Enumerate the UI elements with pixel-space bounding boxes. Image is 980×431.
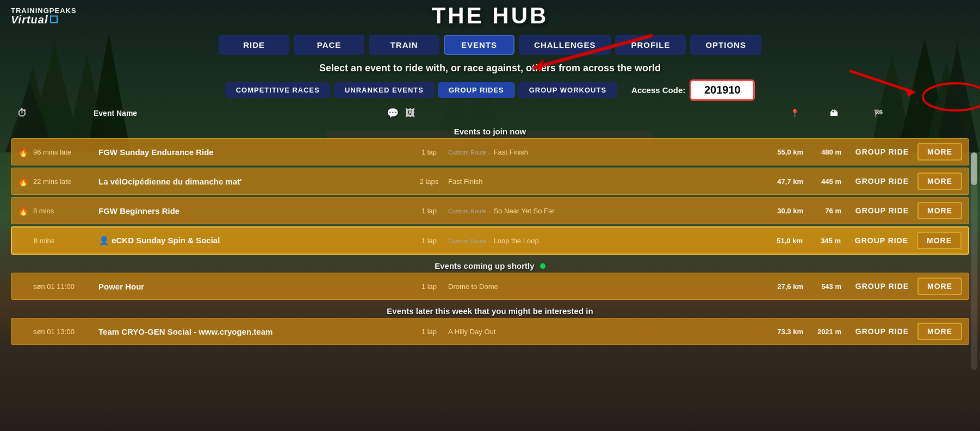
more-button[interactable]: MORE [917, 143, 962, 161]
header: TRAININGPEAKS Virtual THE HUB [0, 0, 980, 32]
more-button[interactable]: MORE [917, 202, 962, 219]
more-button[interactable]: MORE [917, 173, 962, 190]
table-section: ⏱ Event Name 💬 🖼 📍 🏔 🏁 Events to join no… [0, 104, 980, 431]
filter-group-rides[interactable]: GROUP RIDES [438, 82, 515, 98]
filter-row: COMPETITIVE RACES UNRANKED EVENTS GROUP … [0, 76, 980, 104]
more-button[interactable]: MORE [917, 323, 962, 340]
route-label: Custom Route – [448, 208, 491, 214]
chat-icon: 💬 [387, 107, 399, 119]
filter-competitive[interactable]: COMPETITIVE RACES [225, 82, 331, 98]
flame-icon: 🔥 [18, 206, 29, 216]
filter-unranked[interactable]: UNRANKED EVENTS [334, 82, 435, 98]
event-type: GROUP RIDE [847, 147, 917, 156]
event-elevation: 345 m [803, 237, 841, 245]
logo-icon [50, 15, 58, 23]
table-row: 🔥 22 mins late La vélOcipédienne du dima… [11, 168, 969, 195]
event-time: 96 mins late [33, 148, 98, 156]
event-laps: 2 laps [410, 177, 448, 186]
event-laps: 1 lap [410, 148, 448, 156]
route-label: Custom Route – [448, 149, 491, 156]
flame-icon: 🔥 [18, 147, 29, 157]
event-elevation: 543 m [803, 282, 841, 291]
logo: TRAININGPEAKS Virtual [11, 7, 77, 25]
photo-icon: 🖼 [405, 108, 415, 119]
event-time: 8 mins [33, 207, 98, 215]
logo-bottom: Virtual [11, 14, 77, 25]
subtitle: Select an event to ride with, or race ag… [0, 58, 980, 76]
flame-icon: 🔥 [18, 176, 29, 187]
event-elevation: 2021 m [803, 328, 841, 336]
access-code-input[interactable] [690, 79, 755, 101]
finish-icon: 🏁 [874, 109, 883, 118]
nav-bar: RIDE PACE TRAIN EVENTS CHALLENGES PROFIL… [0, 32, 980, 58]
event-distance: 51,0 km [759, 237, 803, 245]
table-row: 🔥 søn 01 13:00 Team CRYO-GEN Social - ww… [11, 318, 969, 345]
event-laps: 1 lap [410, 328, 448, 336]
col-header-icons: 💬 🖼 [387, 107, 430, 119]
section-week-label: Events later this week that you might be… [11, 302, 969, 318]
clock-icon: ⏱ [17, 108, 27, 119]
event-route: Custom Route –Fast Finish [448, 148, 760, 156]
nav-ride[interactable]: RIDE [219, 35, 289, 55]
column-headers: ⏱ Event Name 💬 🖼 📍 🏔 🏁 [11, 104, 969, 122]
scrollbar-thumb[interactable] [971, 152, 977, 185]
col-header-time: ⏱ [17, 108, 94, 119]
event-laps: 1 lap [410, 282, 448, 291]
live-indicator [540, 263, 545, 269]
nav-options[interactable]: OPTIONS [690, 35, 761, 55]
event-name: Power Hour [98, 282, 410, 291]
event-route: Custom Route –Loop the Loop [448, 237, 759, 245]
more-button[interactable]: MORE [917, 278, 962, 295]
nav-events[interactable]: EVENTS [444, 35, 514, 55]
event-type: GROUP RIDE [847, 282, 917, 291]
event-type: GROUP RIDE [846, 236, 917, 245]
event-distance: 30,0 km [760, 207, 803, 215]
event-name: La vélOcipédienne du dimanche mat' [98, 177, 410, 186]
access-code-area: Access Code: [631, 79, 755, 101]
event-time: 8 mins [34, 237, 99, 245]
event-distance: 47,7 km [760, 177, 803, 186]
event-name: 👤 eCKD Sunday Spin & Social [99, 236, 410, 245]
svg-marker-14 [905, 87, 915, 97]
nav-train[interactable]: TRAIN [369, 35, 439, 55]
page-title: THE HUB [432, 3, 549, 29]
section-soon-label: Events coming up shortly [11, 257, 969, 273]
col-header-type: 🏁 [838, 109, 919, 118]
section-now-label: Events to join now [11, 122, 969, 138]
route-label: Custom Route – [448, 238, 491, 244]
event-name: FGW Sunday Endurance Ride [98, 147, 410, 157]
nav-profile[interactable]: PROFILE [615, 35, 686, 55]
event-route: A Hilly Day Out [448, 328, 760, 336]
event-type: GROUP RIDE [847, 177, 917, 186]
event-distance: 55,0 km [760, 148, 803, 156]
event-distance: 73,3 km [760, 328, 803, 336]
nav-pace[interactable]: PACE [294, 35, 364, 55]
col-header-name: Event Name [94, 109, 387, 118]
event-time: 22 mins late [33, 177, 98, 186]
event-laps: 1 lap [410, 237, 448, 245]
event-name: FGW Beginners Ride [98, 206, 410, 216]
event-elevation: 445 m [803, 177, 841, 186]
col-header-dist: 📍 [756, 109, 799, 118]
table-row: 🔥 søn 01 11:00 Power Hour 1 lap Drome to… [11, 273, 969, 300]
event-type: GROUP RIDE [847, 206, 917, 215]
filter-group-workouts[interactable]: GROUP WORKOUTS [518, 82, 617, 98]
event-route: Fast Finish [448, 177, 760, 186]
table-row: 🔥 8 mins FGW Beginners Ride 1 lap Custom… [11, 197, 969, 224]
table-row: 🔥 8 mins 👤 eCKD Sunday Spin & Social 1 l… [11, 226, 969, 255]
event-distance: 27,6 km [760, 282, 803, 291]
event-laps: 1 lap [410, 207, 448, 215]
group-icon: 👤 [99, 236, 111, 245]
event-name: Team CRYO-GEN Social - www.cryogen.team [98, 327, 410, 336]
event-type: GROUP RIDE [847, 327, 917, 336]
access-code-label: Access Code: [631, 85, 685, 95]
nav-challenges[interactable]: CHALLENGES [519, 35, 611, 55]
event-route: Custom Route –So Near Yet So Far [448, 207, 760, 215]
event-elevation: 76 m [803, 207, 841, 215]
scrollbar[interactable] [971, 152, 977, 370]
table-row: 🔥 96 mins late FGW Sunday Endurance Ride… [11, 138, 969, 165]
col-header-elev: 🏔 [799, 109, 838, 118]
mountain-icon: 🏔 [830, 109, 838, 118]
event-time: søn 01 13:00 [33, 328, 98, 336]
more-button[interactable]: MORE [917, 232, 962, 249]
